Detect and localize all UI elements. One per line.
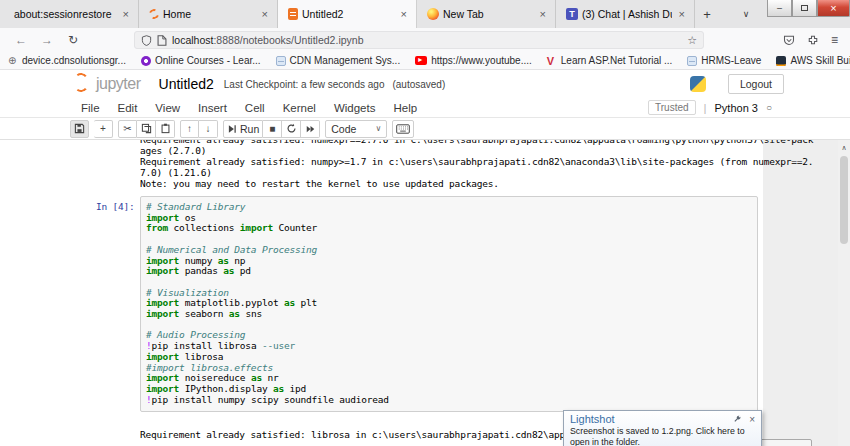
bookmark-item[interactable]: device.cdnsolutionsgr... [8, 55, 126, 66]
interrupt-kernel-button[interactable]: ■ [263, 120, 282, 138]
close-notification-icon[interactable]: × [749, 414, 755, 425]
bookmark-star-icon[interactable]: ☆ [687, 34, 697, 47]
tab-close-icon[interactable]: × [398, 8, 410, 20]
browser-tab[interactable]: Untitled2× [278, 0, 417, 28]
run-button[interactable]: Run [223, 120, 263, 138]
browser-tab[interactable]: Home× [139, 0, 278, 28]
kernel-status-icon: ○ [766, 102, 772, 113]
cell-type-dropdown[interactable]: Code ∨ [325, 120, 387, 138]
url-path: :8888/notebooks/Untitled2.ipynb [213, 34, 363, 46]
bookmarks-bar: device.cdnsolutionsgr...Online Courses -… [0, 52, 850, 70]
scroll-up-icon[interactable]: ∧ [838, 140, 850, 152]
tab-close-icon[interactable]: × [120, 8, 132, 20]
kernel-name: Python 3 [715, 102, 758, 114]
forward-button[interactable]: → [34, 33, 60, 47]
jupyter-header: jupyter Untitled2 Last Checkpoint: a few… [0, 70, 850, 98]
copy-cell-button[interactable] [137, 120, 156, 138]
bookmark-label: Learn ASP.Net Tutorial ... [561, 55, 673, 66]
autosaved-text: (autosaved) [392, 79, 445, 90]
paste-icon [160, 123, 171, 134]
code-line: !pip install numpy scipy soundfile audio… [146, 395, 753, 406]
menu-kernel[interactable]: Kernel [274, 102, 325, 114]
tab-title: New Tab [443, 8, 533, 20]
move-cell-up-button[interactable]: ↑ [180, 120, 199, 138]
tab-close-icon[interactable]: × [676, 8, 688, 20]
jupyter-notebook-icon [288, 8, 298, 20]
menu-cell[interactable]: Cell [236, 102, 274, 114]
add-cell-button[interactable]: + [94, 120, 113, 138]
udemy-icon [141, 56, 151, 66]
pocket-icon[interactable] [783, 34, 795, 46]
run-label: Run [240, 123, 259, 135]
scrollbar[interactable]: ∧ [838, 140, 850, 446]
jupyter-orbit-icon [147, 7, 160, 20]
menu-edit[interactable]: Edit [109, 102, 147, 114]
new-tab-button[interactable]: + [695, 0, 719, 28]
back-button[interactable]: ← [8, 33, 34, 47]
tab-title: (3) Chat | Ashish Dubey | Micro [582, 8, 672, 20]
cell-output-top: Requirement already satisfied: numexpr==… [140, 140, 812, 190]
scrollbar-thumb[interactable] [840, 156, 848, 244]
move-cell-down-button[interactable]: ↓ [199, 120, 218, 138]
reload-button[interactable]: ↻ [60, 33, 86, 47]
tab-close-icon[interactable]: × [537, 8, 549, 20]
v-red-icon [547, 56, 557, 66]
close-button[interactable]: × [817, 0, 850, 17]
lightshot-notification[interactable]: Lightshot × Screenshot is saved to 1.2.p… [563, 410, 762, 446]
bookmark-label: CDN Management Sys... [290, 55, 401, 66]
browser-tab[interactable]: New Tab× [417, 0, 556, 28]
tab-title: Untitled2 [302, 8, 394, 20]
url-bar[interactable]: localhost:8888/notebooks/Untitled2.ipynb… [134, 31, 704, 49]
bookmark-item[interactable]: https://www.youtube.... [415, 55, 532, 66]
command-palette-button[interactable] [392, 120, 414, 138]
fast-forward-icon [305, 124, 316, 134]
output-line: Requirement already satisfied: numpy>=1.… [140, 157, 812, 168]
code-cell[interactable]: # Standard Libraryimport osfrom collecti… [140, 196, 758, 412]
paste-cell-button[interactable] [156, 120, 175, 138]
code-line [146, 277, 753, 288]
firefox-icon [427, 8, 439, 20]
extension-icon[interactable] [807, 34, 819, 46]
lightshot-title: Lightshot [570, 413, 615, 425]
teams-icon: T [566, 8, 578, 20]
url-domain: localhost [172, 34, 213, 46]
notebook-title[interactable]: Untitled2 [159, 76, 214, 92]
bookmark-item[interactable]: AWS Skill Builder [776, 55, 850, 66]
notebook-content: Requirement already satisfied: numexpr==… [0, 140, 850, 446]
restart-run-all-button[interactable] [301, 120, 320, 138]
logout-button[interactable]: Logout [728, 74, 784, 94]
output-line: Requirement already satisfied: numexpr==… [140, 140, 812, 146]
lightshot-message[interactable]: Screenshot is saved to 1.2.png. Click he… [570, 426, 755, 446]
browser-tab[interactable]: about:sessionrestore× [0, 0, 139, 28]
tab-bar: about:sessionrestore×Home×Untitled2×New … [0, 0, 850, 28]
cut-cell-button[interactable]: ✂ [118, 120, 137, 138]
tab-close-icon[interactable]: × [259, 8, 271, 20]
menu-insert[interactable]: Insert [189, 102, 236, 114]
minimize-button[interactable]: – [767, 0, 792, 17]
bookmark-item[interactable]: Online Courses - Lear... [141, 55, 261, 66]
chevron-down-icon: ∨ [375, 124, 381, 133]
nav-right-icons: ≡ [783, 33, 842, 47]
menu-help[interactable]: Help [384, 102, 426, 114]
settings-wrench-icon[interactable] [733, 415, 742, 424]
restart-kernel-button[interactable] [282, 120, 301, 138]
jupyter-brand[interactable]: jupyter [96, 75, 141, 93]
menu-widgets[interactable]: Widgets [325, 102, 385, 114]
bookmark-item[interactable]: CDN Management Sys... [276, 55, 401, 66]
menu-file[interactable]: File [72, 102, 109, 114]
copy-icon [141, 123, 152, 134]
menu-view[interactable]: View [146, 102, 189, 114]
bookmark-item[interactable]: Learn ASP.Net Tutorial ... [547, 55, 673, 66]
browser-tab[interactable]: T(3) Chat | Ashish Dubey | Micro× [556, 0, 695, 28]
tab-list-dropdown-icon[interactable]: ∨ [733, 0, 759, 28]
menu-icon[interactable]: ≡ [831, 33, 838, 47]
bookmark-label: device.cdnsolutionsgr... [22, 55, 126, 66]
save-button[interactable] [70, 120, 89, 138]
restore-icon [801, 5, 808, 11]
bookmark-item[interactable]: HRMS-Leave [687, 55, 761, 66]
jupyter-logo-icon[interactable] [72, 74, 92, 94]
menu-items: FileEditViewInsertCellKernelWidgetsHelp [72, 102, 426, 114]
doc-blue-icon [276, 56, 286, 66]
restore-button[interactable] [792, 0, 817, 17]
trusted-badge[interactable]: Trusted [648, 100, 696, 115]
